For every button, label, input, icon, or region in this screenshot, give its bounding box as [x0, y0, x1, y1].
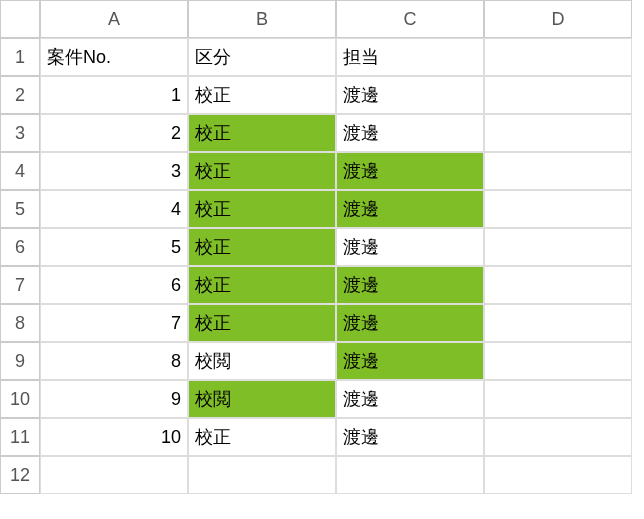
- row-header[interactable]: 12: [0, 456, 40, 494]
- cell-A2[interactable]: 1: [40, 76, 188, 114]
- cell-D8[interactable]: [484, 304, 632, 342]
- spreadsheet-grid[interactable]: ABCD1案件No.区分担当21校正渡邊32校正渡邊43校正渡邊54校正渡邊65…: [0, 0, 644, 494]
- cell-B4[interactable]: 校正: [188, 152, 336, 190]
- cell-A7[interactable]: 6: [40, 266, 188, 304]
- cell-C5[interactable]: 渡邊: [336, 190, 484, 228]
- cell-B10[interactable]: 校閲: [188, 380, 336, 418]
- cell-B5[interactable]: 校正: [188, 190, 336, 228]
- cell-C11[interactable]: 渡邊: [336, 418, 484, 456]
- cell-C6[interactable]: 渡邊: [336, 228, 484, 266]
- cell-C1[interactable]: 担当: [336, 38, 484, 76]
- cell-C2[interactable]: 渡邊: [336, 76, 484, 114]
- cell-A10[interactable]: 9: [40, 380, 188, 418]
- cell-A5[interactable]: 4: [40, 190, 188, 228]
- cell-B2[interactable]: 校正: [188, 76, 336, 114]
- column-header-B[interactable]: B: [188, 0, 336, 38]
- cell-B3[interactable]: 校正: [188, 114, 336, 152]
- cell-C10[interactable]: 渡邊: [336, 380, 484, 418]
- row-header[interactable]: 7: [0, 266, 40, 304]
- cell-A6[interactable]: 5: [40, 228, 188, 266]
- cell-A12[interactable]: [40, 456, 188, 494]
- cell-B6[interactable]: 校正: [188, 228, 336, 266]
- column-header-C[interactable]: C: [336, 0, 484, 38]
- cell-A3[interactable]: 2: [40, 114, 188, 152]
- row-header[interactable]: 1: [0, 38, 40, 76]
- column-header-A[interactable]: A: [40, 0, 188, 38]
- row-header[interactable]: 11: [0, 418, 40, 456]
- cell-A4[interactable]: 3: [40, 152, 188, 190]
- cell-B11[interactable]: 校正: [188, 418, 336, 456]
- cell-D2[interactable]: [484, 76, 632, 114]
- cell-B8[interactable]: 校正: [188, 304, 336, 342]
- cell-C8[interactable]: 渡邊: [336, 304, 484, 342]
- cell-B7[interactable]: 校正: [188, 266, 336, 304]
- cell-A8[interactable]: 7: [40, 304, 188, 342]
- cell-C9[interactable]: 渡邊: [336, 342, 484, 380]
- cell-C12[interactable]: [336, 456, 484, 494]
- cell-A11[interactable]: 10: [40, 418, 188, 456]
- cell-C3[interactable]: 渡邊: [336, 114, 484, 152]
- cell-B9[interactable]: 校閲: [188, 342, 336, 380]
- cell-B12[interactable]: [188, 456, 336, 494]
- row-header[interactable]: 4: [0, 152, 40, 190]
- row-header[interactable]: 9: [0, 342, 40, 380]
- cell-D4[interactable]: [484, 152, 632, 190]
- cell-C4[interactable]: 渡邊: [336, 152, 484, 190]
- cell-D10[interactable]: [484, 380, 632, 418]
- corner-cell[interactable]: [0, 0, 40, 38]
- cell-D1[interactable]: [484, 38, 632, 76]
- row-header[interactable]: 5: [0, 190, 40, 228]
- cell-A9[interactable]: 8: [40, 342, 188, 380]
- row-header[interactable]: 10: [0, 380, 40, 418]
- column-header-D[interactable]: D: [484, 0, 632, 38]
- row-header[interactable]: 2: [0, 76, 40, 114]
- cell-A1[interactable]: 案件No.: [40, 38, 188, 76]
- cell-D9[interactable]: [484, 342, 632, 380]
- cell-D3[interactable]: [484, 114, 632, 152]
- cell-D11[interactable]: [484, 418, 632, 456]
- cell-D7[interactable]: [484, 266, 632, 304]
- cell-D5[interactable]: [484, 190, 632, 228]
- row-header[interactable]: 6: [0, 228, 40, 266]
- cell-D6[interactable]: [484, 228, 632, 266]
- cell-C7[interactable]: 渡邊: [336, 266, 484, 304]
- row-header[interactable]: 3: [0, 114, 40, 152]
- row-header[interactable]: 8: [0, 304, 40, 342]
- cell-B1[interactable]: 区分: [188, 38, 336, 76]
- cell-D12[interactable]: [484, 456, 632, 494]
